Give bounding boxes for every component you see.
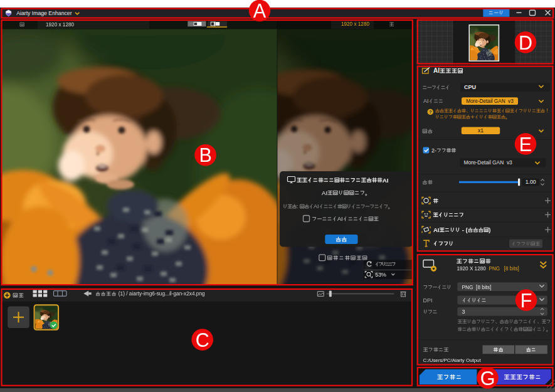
svg-text:F: F xyxy=(521,290,532,311)
svg-text:PNG [8 bits]: PNG [8 bits] xyxy=(462,284,492,290)
svg-text:G: G xyxy=(480,368,495,389)
svg-text:C: C xyxy=(196,329,209,351)
svg-text:AI: AI xyxy=(337,216,343,222)
svg-text:1.00: 1.00 xyxy=(526,179,536,185)
svg-text:2-: 2- xyxy=(431,147,436,154)
svg-text:CPU: CPU xyxy=(464,84,476,90)
svg-text:1920 x 1280: 1920 x 1280 xyxy=(341,21,370,27)
svg-text:D: D xyxy=(519,32,532,53)
svg-text:?: ? xyxy=(429,109,432,115)
svg-text:3: 3 xyxy=(462,309,465,315)
svg-text:AI: AI xyxy=(314,203,319,209)
svg-text:AI: AI xyxy=(383,177,389,184)
svg-text:): ) xyxy=(489,226,490,233)
svg-text:PNG: PNG xyxy=(489,266,500,272)
svg-text::: : xyxy=(297,203,300,209)
svg-text:- (: - ( xyxy=(460,226,468,233)
svg-text:(1) / aiarty-img6-sug...il-gan: (1) / aiarty-img6-sug...il-gan-x2x4.png xyxy=(117,290,206,297)
svg-text:AI: AI xyxy=(433,67,440,74)
svg-text:[8 bits]: [8 bits] xyxy=(504,266,519,272)
svg-text:More-Detail GAN v3: More-Detail GAN v3 xyxy=(466,98,514,104)
svg-text:x1: x1 xyxy=(478,127,484,134)
svg-text:B: B xyxy=(199,144,211,166)
svg-text:AI: AI xyxy=(322,189,327,196)
svg-text:DPI: DPI xyxy=(423,297,433,304)
svg-text:AI: AI xyxy=(433,226,440,233)
svg-text:More-Detail GAN v3: More-Detail GAN v3 xyxy=(464,159,513,166)
svg-text:53%: 53% xyxy=(375,272,386,278)
svg-text:E: E xyxy=(519,134,532,155)
svg-text:A: A xyxy=(253,0,267,21)
svg-text:AI: AI xyxy=(423,98,429,104)
svg-text:1920 X 1280: 1920 X 1280 xyxy=(457,266,486,272)
svg-text:Aiarty Image Enhancer: Aiarty Image Enhancer xyxy=(16,10,71,16)
svg-text:1920 x 1280: 1920 x 1280 xyxy=(46,22,75,28)
svg-text:C:/Users/PC/Aiarty Output: C:/Users/PC/Aiarty Output xyxy=(423,358,482,363)
